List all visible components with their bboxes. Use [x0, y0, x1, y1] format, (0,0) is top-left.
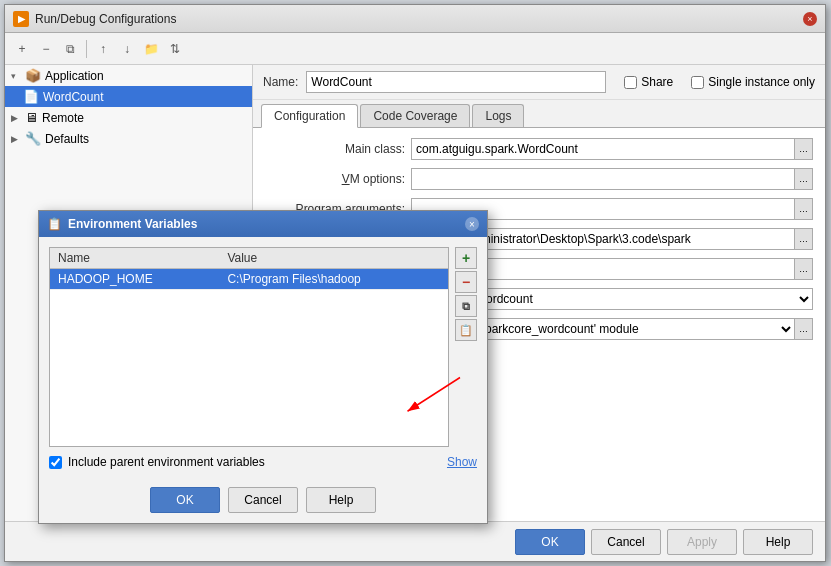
dialog-overlay: 📋 Environment Variables × Name Value	[0, 0, 831, 566]
copy-env-button[interactable]: ⧉	[455, 295, 477, 317]
dialog-title-left: 📋 Environment Variables	[47, 217, 197, 231]
dialog-ok-button[interactable]: OK	[150, 487, 220, 513]
include-parent-checkbox[interactable]	[49, 456, 62, 469]
env-table-container: Name Value HADOOP_HOME C:\Program Files\…	[49, 247, 449, 447]
env-table: Name Value HADOOP_HOME C:\Program Files\…	[50, 248, 448, 290]
remove-env-button[interactable]: −	[455, 271, 477, 293]
add-env-button[interactable]: +	[455, 247, 477, 269]
dialog-cancel-button[interactable]: Cancel	[228, 487, 298, 513]
env-name-cell: HADOOP_HOME	[50, 269, 219, 290]
dialog-body: Name Value HADOOP_HOME C:\Program Files\…	[39, 237, 487, 479]
dialog-footer: OK Cancel Help	[39, 479, 487, 523]
env-value-cell: C:\Program Files\hadoop	[219, 269, 448, 290]
include-row: Include parent environment variables Sho…	[49, 455, 477, 469]
dialog-help-button[interactable]: Help	[306, 487, 376, 513]
env-vars-dialog: 📋 Environment Variables × Name Value	[38, 210, 488, 524]
dialog-close-icon[interactable]: ×	[465, 217, 479, 231]
dialog-title-bar: 📋 Environment Variables ×	[39, 211, 487, 237]
name-col-header: Name	[50, 248, 219, 269]
table-row[interactable]: HADOOP_HOME C:\Program Files\hadoop	[50, 269, 448, 290]
paste-env-button[interactable]: 📋	[455, 319, 477, 341]
value-col-header: Value	[219, 248, 448, 269]
include-parent-label: Include parent environment variables	[68, 455, 265, 469]
dialog-icon: 📋	[47, 217, 62, 231]
env-table-area: Name Value HADOOP_HOME C:\Program Files\…	[49, 247, 477, 447]
dialog-title-text: Environment Variables	[68, 217, 197, 231]
show-link[interactable]: Show	[447, 455, 477, 469]
env-actions: + − ⧉ 📋	[455, 247, 477, 447]
